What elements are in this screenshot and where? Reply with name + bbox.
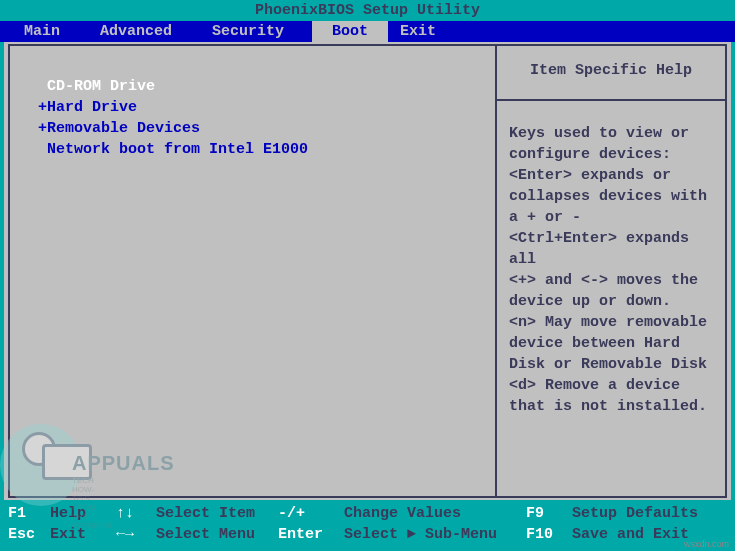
boot-item-label: Network boot from Intel E1000 bbox=[47, 141, 308, 158]
app-title: PhoenixBIOS Setup Utility bbox=[255, 2, 480, 19]
label-setup-defaults: Setup Defaults bbox=[572, 503, 727, 524]
key-enter: Enter bbox=[278, 524, 344, 545]
expand-indicator bbox=[38, 141, 47, 158]
watermark-brand: APPUALS bbox=[72, 452, 175, 475]
key-plusminus: -/+ bbox=[278, 503, 344, 524]
menu-bar: Main Advanced Security Boot Exit bbox=[0, 21, 735, 42]
watermark-avatar bbox=[0, 424, 82, 506]
footer-keys: F1 Help ↑↓ Select Item -/+ Change Values… bbox=[0, 500, 735, 551]
footer-row-2: Esc Exit ←→ Select Menu Enter Select ► S… bbox=[8, 524, 727, 545]
expand-indicator bbox=[38, 78, 47, 95]
menu-advanced[interactable]: Advanced bbox=[88, 21, 200, 42]
label-select-item: Select Item bbox=[156, 503, 278, 524]
help-title: Item Specific Help bbox=[497, 46, 725, 101]
main-area: CD-ROM Drive +Hard Drive +Removable Devi… bbox=[0, 42, 735, 500]
watermark: APPUALS TECH HOW-TO'S FROMTHE EXPERTS! bbox=[0, 424, 82, 506]
menu-boot[interactable]: Boot bbox=[312, 21, 388, 42]
boot-item-harddrive[interactable]: +Hard Drive bbox=[38, 97, 485, 118]
help-panel: Item Specific Help Keys used to view or … bbox=[495, 44, 727, 498]
help-body: Keys used to view or configure devices:<… bbox=[497, 101, 725, 425]
label-help: Help bbox=[50, 503, 116, 524]
key-updown: ↑↓ bbox=[116, 503, 156, 524]
bios-screen: PhoenixBIOS Setup Utility Main Advanced … bbox=[0, 0, 735, 551]
expand-indicator: + bbox=[38, 120, 47, 137]
menu-main[interactable]: Main bbox=[12, 21, 88, 42]
attribution-text: wsxdn.com bbox=[684, 539, 729, 549]
boot-item-label: CD-ROM Drive bbox=[47, 78, 155, 95]
label-select-submenu: Select ► Sub-Menu bbox=[344, 524, 526, 545]
label-exit: Exit bbox=[50, 524, 116, 545]
footer-row-1: F1 Help ↑↓ Select Item -/+ Change Values… bbox=[8, 503, 727, 524]
key-f1: F1 bbox=[8, 503, 50, 524]
key-leftright: ←→ bbox=[116, 524, 156, 545]
boot-item-removable[interactable]: +Removable Devices bbox=[38, 118, 485, 139]
menu-security[interactable]: Security bbox=[200, 21, 312, 42]
boot-item-label: Removable Devices bbox=[47, 120, 200, 137]
key-f9: F9 bbox=[526, 503, 572, 524]
boot-item-cdrom[interactable]: CD-ROM Drive bbox=[38, 76, 485, 97]
boot-item-label: Hard Drive bbox=[47, 99, 137, 116]
expand-indicator: + bbox=[38, 99, 47, 116]
menu-exit[interactable]: Exit bbox=[388, 21, 464, 42]
key-f10: F10 bbox=[526, 524, 572, 545]
label-change-values: Change Values bbox=[344, 503, 526, 524]
title-bar: PhoenixBIOS Setup Utility bbox=[0, 0, 735, 21]
key-esc: Esc bbox=[8, 524, 50, 545]
label-select-menu: Select Menu bbox=[156, 524, 278, 545]
boot-order-panel: CD-ROM Drive +Hard Drive +Removable Devi… bbox=[8, 44, 495, 498]
boot-item-network[interactable]: Network boot from Intel E1000 bbox=[38, 139, 485, 160]
boot-list: CD-ROM Drive +Hard Drive +Removable Devi… bbox=[38, 76, 485, 160]
